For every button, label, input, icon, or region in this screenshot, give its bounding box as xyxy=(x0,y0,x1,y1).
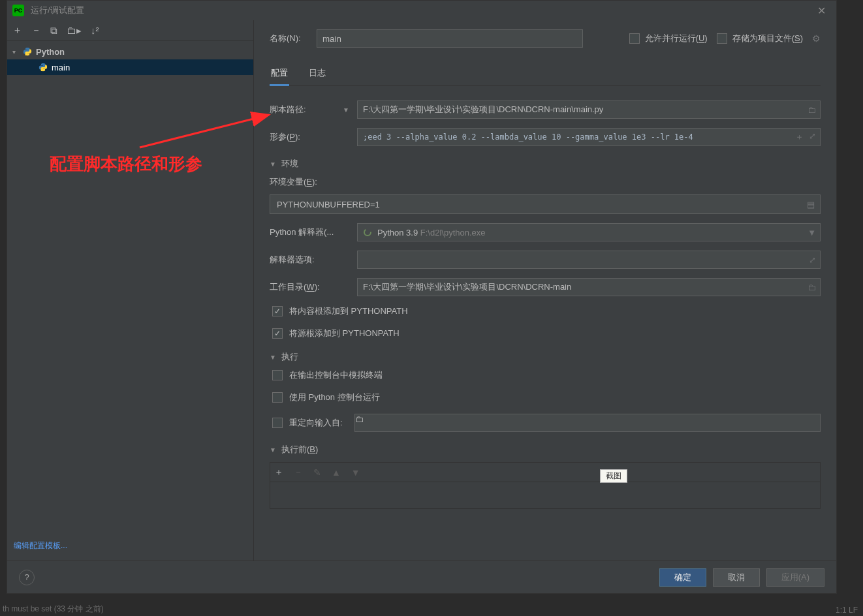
status-left: th must be set (33 分钟 之前) xyxy=(0,602,106,616)
close-icon[interactable]: ✕ xyxy=(811,5,831,17)
expand-icon[interactable]: ⤢ xyxy=(809,131,816,143)
move-down-icon[interactable]: ▼ xyxy=(351,467,360,478)
python-icon xyxy=(23,47,32,56)
chevron-down-icon: ▾ xyxy=(12,48,19,55)
params-input[interactable]: ;eed 3 --alpha_value 0.2 --lambda_value … xyxy=(357,128,821,146)
cancel-button[interactable]: 取消 xyxy=(713,568,760,587)
exec-section[interactable]: ▼ 执行 xyxy=(270,351,821,363)
status-right: 1:1 LF xyxy=(830,604,863,616)
apply-button[interactable]: 应用(A) xyxy=(766,568,824,587)
emulate-terminal-label: 在输出控制台中模拟终端 xyxy=(289,369,383,381)
titlebar: PC 运行/调试配置 ✕ xyxy=(7,1,836,20)
python-console-label: 使用 Python 控制台运行 xyxy=(289,392,380,403)
tooltip: 截图 xyxy=(600,469,627,483)
add-config-icon[interactable]: ＋ xyxy=(12,24,22,37)
store-as-project-checkbox[interactable]: 存储为项目文件(S) xyxy=(717,33,803,44)
add-source-root-checkbox[interactable] xyxy=(272,328,283,339)
tree-node-label: Python xyxy=(36,47,65,57)
tree-item-label: main xyxy=(52,63,70,72)
env-vars-input[interactable]: PYTHONUNBUFFERED=1 ▤ xyxy=(270,194,821,214)
before-tasks-list xyxy=(270,482,821,509)
list-icon[interactable]: ▤ xyxy=(807,200,815,209)
chevron-down-icon: ▼ xyxy=(270,354,276,361)
interpreter-opts-label: 解释器选项: xyxy=(270,254,357,266)
window-title: 运行/调试配置 xyxy=(31,5,811,16)
interpreter-select[interactable]: Python 3.9 F:\d2l\python.exe ▼ xyxy=(357,223,821,241)
dialog-body: ＋ － ⧉ 🗀▸ ↓² ▾ Python main 编辑配置模板... xyxy=(7,20,836,561)
move-up-icon[interactable]: ▲ xyxy=(332,467,341,478)
tabs: 配置 日志 xyxy=(270,65,821,86)
chevron-down-icon[interactable]: ▼ xyxy=(343,106,349,114)
gear-icon[interactable]: ⚙ xyxy=(812,33,821,44)
workdir-input[interactable]: F:\大四第一学期\毕业设计\实验项目\DCRN\DCRN-main 🗀 xyxy=(357,278,821,296)
edit-templates-link[interactable]: 编辑配置模板... xyxy=(14,541,67,550)
checkbox-icon xyxy=(629,33,640,44)
chevron-down-icon: ▼ xyxy=(270,446,276,454)
allow-parallel-label: 允许并行运行(U) xyxy=(645,33,708,44)
folder-icon[interactable]: 🗀 xyxy=(808,283,816,292)
ok-button[interactable]: 确定 xyxy=(659,568,706,587)
sidebar: ＋ － ⧉ 🗀▸ ↓² ▾ Python main 编辑配置模板... xyxy=(7,20,254,561)
env-section[interactable]: ▼ 环境 xyxy=(270,158,821,170)
add-icon[interactable]: ＋ xyxy=(795,131,804,143)
emulate-terminal-checkbox[interactable] xyxy=(272,370,283,380)
tree-item-main[interactable]: main xyxy=(7,59,253,75)
tab-config[interactable]: 配置 xyxy=(270,65,289,85)
bottom-bar: ? 确定 取消 应用(A) xyxy=(7,561,836,593)
before-section[interactable]: ▼ 执行前(B) xyxy=(270,444,821,455)
store-as-project-label: 存储为项目文件(S) xyxy=(732,33,803,44)
chevron-down-icon: ▼ xyxy=(270,161,276,168)
folder-icon[interactable]: 🗀 xyxy=(808,105,816,115)
redirect-input-path[interactable]: 🗀 xyxy=(354,414,821,432)
chevron-down-icon[interactable]: ▼ xyxy=(808,228,816,238)
help-icon[interactable]: ? xyxy=(19,570,35,585)
sidebar-toolbar: ＋ － ⧉ 🗀▸ ↓² xyxy=(7,20,253,41)
script-path-input[interactable]: F:\大四第一学期\毕业设计\实验项目\DCRN\DCRN-main\main.… xyxy=(357,100,821,119)
redirect-input-checkbox[interactable] xyxy=(272,418,283,428)
edit-task-icon[interactable]: ✎ xyxy=(313,467,321,478)
remove-config-icon[interactable]: － xyxy=(31,24,41,37)
python-icon xyxy=(39,63,48,72)
add-content-root-checkbox[interactable] xyxy=(272,306,283,316)
script-path-label: 脚本路径:▼ xyxy=(270,104,357,116)
params-label: 形参(P): xyxy=(270,131,357,143)
env-vars-label: 环境变量(E): xyxy=(270,176,821,188)
run-config-dialog: PC 运行/调试配置 ✕ ＋ － ⧉ 🗀▸ ↓² ▾ Python main xyxy=(7,0,837,594)
before-toolbar: ＋ － ✎ ▲ ▼ xyxy=(270,462,821,482)
folder-icon[interactable]: 🗀▸ xyxy=(67,25,82,37)
tree-node-python[interactable]: ▾ Python xyxy=(7,44,253,59)
main-panel: 名称(N): 允许并行运行(U) 存储为项目文件(S) ⚙ 配置 日志 xyxy=(254,20,836,561)
name-input[interactable] xyxy=(317,29,583,48)
svg-point-0 xyxy=(364,229,371,236)
add-task-icon[interactable]: ＋ xyxy=(274,467,283,478)
copy-config-icon[interactable]: ⧉ xyxy=(50,25,57,37)
interpreter-label: Python 解释器(... xyxy=(270,226,357,238)
config-tree: ▾ Python main xyxy=(7,41,253,535)
redirect-input-label: 重定向输入自: xyxy=(289,417,343,429)
allow-parallel-checkbox[interactable]: 允许并行运行(U) xyxy=(629,33,708,44)
folder-icon[interactable]: 🗀 xyxy=(355,414,364,424)
interpreter-opts-input[interactable]: ⤢ xyxy=(357,251,821,269)
sort-icon[interactable]: ↓² xyxy=(91,25,99,36)
loading-icon xyxy=(363,228,372,237)
add-content-root-label: 将内容根添加到 PYTHONPATH xyxy=(289,305,408,317)
remove-task-icon[interactable]: － xyxy=(294,467,303,478)
expand-icon[interactable]: ⤢ xyxy=(809,255,816,265)
config-form: 脚本路径:▼ F:\大四第一学期\毕业设计\实验项目\DCRN\DCRN-mai… xyxy=(270,100,821,561)
add-source-root-label: 将源根添加到 PYTHONPATH xyxy=(289,328,400,339)
workdir-label: 工作目录(W): xyxy=(270,281,357,293)
tab-logs[interactable]: 日志 xyxy=(307,65,327,85)
checkbox-icon xyxy=(717,33,727,44)
name-label: 名称(N): xyxy=(270,33,307,44)
pycharm-logo-icon: PC xyxy=(12,5,24,16)
python-console-checkbox[interactable] xyxy=(272,392,283,403)
